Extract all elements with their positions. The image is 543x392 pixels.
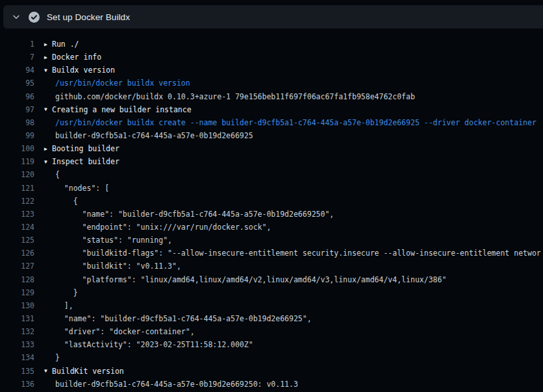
log-line: 123 "name": "builder-d9cfb5a1-c764-445a-… — [0, 208, 543, 221]
line-number[interactable]: 98 — [0, 118, 34, 127]
log-line-content: github.com/docker/buildx 0.10.3+azure-1 … — [34, 92, 415, 101]
group-expanded-icon[interactable]: ▼ — [44, 67, 52, 73]
line-number[interactable]: 7 — [0, 53, 34, 62]
log-text[interactable]: BuildKit version — [52, 367, 124, 376]
log-line: 98 /usr/bin/docker buildx create --name … — [0, 116, 543, 129]
log-line: 128 "platforms": "linux/amd64,linux/amd6… — [0, 273, 543, 286]
log-line-content: ▼ Buildx version — [34, 66, 115, 75]
group-collapsed-icon[interactable]: ▶ — [44, 146, 52, 152]
log-line-content: "buildkitd-flags": "--allow-insecure-ent… — [34, 249, 541, 258]
line-number[interactable]: 97 — [0, 105, 34, 114]
log-line: 120 { — [0, 168, 543, 181]
line-number[interactable]: 127 — [0, 262, 34, 271]
line-number[interactable]: 119 — [0, 157, 34, 166]
check-circle-icon — [29, 12, 40, 23]
log-text: /usr/bin/docker buildx version — [55, 79, 190, 88]
line-number[interactable]: 95 — [0, 79, 34, 88]
line-number[interactable]: 122 — [0, 197, 34, 206]
line-number[interactable]: 99 — [0, 131, 34, 140]
line-number[interactable]: 131 — [0, 314, 34, 323]
line-number[interactable]: 125 — [0, 236, 34, 245]
line-number[interactable]: 124 — [0, 223, 34, 232]
log-text: /usr/bin/docker buildx create --name bui… — [55, 118, 537, 127]
line-number[interactable]: 120 — [0, 170, 34, 179]
log-line-content: ▶ Run ./ — [34, 40, 79, 49]
log-line-content: { — [34, 197, 78, 206]
log-line: 136 builder-d9cfb5a1-c764-445a-a57e-0b19… — [0, 378, 543, 391]
step-header[interactable]: Set up Docker Buildx — [3, 5, 543, 29]
line-number[interactable]: 123 — [0, 210, 34, 219]
line-number[interactable]: 96 — [0, 92, 34, 101]
log-line-content: ▼ BuildKit version — [34, 367, 124, 376]
line-number[interactable]: 134 — [0, 353, 34, 362]
log-text[interactable]: Buildx version — [52, 66, 115, 75]
log-line-content: ▼ Inspect builder — [34, 157, 120, 166]
log-text: } — [55, 288, 78, 297]
log-text: builder-d9cfb5a1-c764-445a-a57e-0b19d2e6… — [55, 380, 298, 389]
log-text: } — [55, 353, 60, 362]
log-text[interactable]: Booting builder — [52, 144, 120, 153]
log-line: 97 ▼ Creating a new builder instance — [0, 103, 543, 116]
log-text: "name": "builder-d9cfb5a1-c764-445a-a57e… — [55, 314, 312, 323]
line-number[interactable]: 129 — [0, 288, 34, 297]
chevron-down-icon[interactable] — [10, 10, 23, 23]
log-line-content: { — [34, 170, 60, 179]
log-line: 122 { — [0, 195, 543, 208]
line-number[interactable]: 130 — [0, 301, 34, 310]
log-line: 94 ▼ Buildx version — [0, 64, 543, 77]
line-number[interactable]: 135 — [0, 367, 34, 376]
log-text: "platforms": "linux/amd64,linux/amd64/v2… — [55, 275, 446, 284]
line-number[interactable]: 1 — [0, 40, 34, 49]
log-line: 99 builder-d9cfb5a1-c764-445a-a57e-0b19d… — [0, 129, 543, 142]
log-text: builder-d9cfb5a1-c764-445a-a57e-0b19d2e6… — [55, 131, 253, 140]
log-line: 125 "status": "running", — [0, 234, 543, 247]
group-collapsed-icon[interactable]: ▶ — [44, 55, 52, 60]
log-line-content: /usr/bin/docker buildx version — [34, 79, 190, 88]
log-line-content: ▶ Docker info — [34, 53, 101, 62]
group-expanded-icon[interactable]: ▼ — [44, 368, 52, 374]
group-expanded-icon[interactable]: ▼ — [44, 159, 52, 165]
log-text: "driver": "docker-container", — [55, 327, 195, 336]
line-number[interactable]: 100 — [0, 144, 34, 153]
log-line-content: ▶ Booting builder — [34, 144, 120, 153]
log-line-content: ▼ Creating a new builder instance — [34, 105, 192, 114]
line-number[interactable]: 128 — [0, 275, 34, 284]
group-expanded-icon[interactable]: ▼ — [44, 106, 52, 112]
log-console[interactable]: 1 ▶ Run ./ 7 ▶ Docker info 94 ▼ Buildx v… — [0, 29, 543, 392]
log-text: { — [55, 197, 78, 206]
log-line: 134 } — [0, 351, 543, 364]
log-text: "nodes": [ — [55, 184, 109, 193]
log-line-content: builder-d9cfb5a1-c764-445a-a57e-0b19d2e6… — [34, 131, 253, 140]
log-text[interactable]: Docker info — [52, 53, 101, 62]
log-line: 124 "endpoint": "unix:///var/run/docker.… — [0, 221, 543, 234]
log-line-content: "nodes": [ — [34, 184, 109, 193]
log-line: 129 } — [0, 286, 543, 299]
log-text[interactable]: Inspect builder — [52, 157, 120, 166]
line-number[interactable]: 121 — [0, 184, 34, 193]
log-line: 96 github.com/docker/buildx 0.10.3+azure… — [0, 90, 543, 103]
log-text: github.com/docker/buildx 0.10.3+azure-1 … — [55, 92, 415, 101]
log-line: 121 "nodes": [ — [0, 182, 543, 195]
log-line-content: "name": "builder-d9cfb5a1-c764-445a-a57e… — [34, 314, 312, 323]
log-text: "buildkit": "v0.11.3", — [55, 262, 181, 271]
log-line-content: } — [34, 353, 60, 362]
line-number[interactable]: 132 — [0, 327, 34, 336]
line-number[interactable]: 133 — [0, 340, 34, 349]
log-line-content: ], — [34, 301, 73, 310]
line-number[interactable]: 136 — [0, 380, 34, 389]
log-text: "endpoint": "unix:///var/run/docker.sock… — [55, 223, 271, 232]
log-text[interactable]: Run ./ — [52, 40, 79, 49]
log-text[interactable]: Creating a new builder instance — [52, 105, 192, 114]
line-number[interactable]: 94 — [0, 66, 34, 75]
log-line: 130 ], — [0, 299, 543, 312]
log-text: { — [55, 170, 60, 179]
line-number[interactable]: 126 — [0, 249, 34, 258]
log-text: "buildkitd-flags": "--allow-insecure-ent… — [55, 249, 541, 258]
log-line: 135 ▼ BuildKit version — [0, 365, 543, 378]
log-text: "status": "running", — [55, 236, 172, 245]
log-line-content: "status": "running", — [34, 236, 172, 245]
log-line-content: "driver": "docker-container", — [34, 327, 195, 336]
step-title: Set up Docker Buildx — [47, 12, 130, 22]
group-collapsed-icon[interactable]: ▶ — [44, 42, 52, 47]
log-line: 119 ▼ Inspect builder — [0, 155, 543, 168]
